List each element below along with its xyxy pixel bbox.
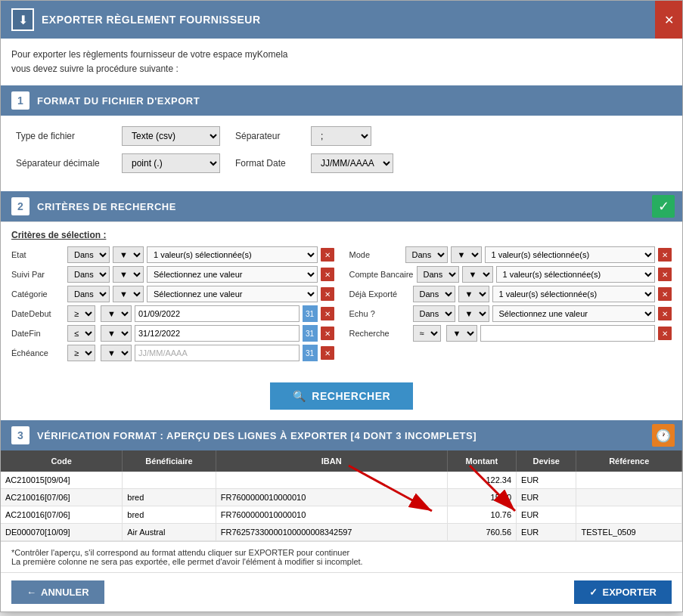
type-select[interactable]: Texte (csv) (122, 126, 220, 146)
datefin-op2-select[interactable]: ▼ (101, 325, 132, 342)
section3-number: 3 (11, 426, 29, 444)
datedebut-operator[interactable]: ≥ (67, 305, 98, 322)
echu-operator[interactable]: Dans (413, 305, 455, 322)
check-export-icon: ✓ (589, 587, 598, 598)
etat-label: Etat (11, 250, 64, 259)
recherche-op2-select[interactable]: ▼ (446, 325, 477, 342)
compte-clear-button[interactable]: ✕ (658, 268, 672, 281)
echeance-input[interactable] (135, 345, 300, 361)
type-label: Type de fichier (16, 131, 107, 141)
deja-val-select[interactable]: 1 valeur(s) sélectionnée(s) (492, 286, 656, 302)
datedebut-clear-button[interactable]: ✕ (321, 307, 334, 320)
results-table-scroll[interactable]: Code Bénéficiaire IBAN Montant Devise Ré… (1, 450, 682, 541)
mode-operator[interactable]: Dans (405, 246, 448, 263)
datedebut-calendar-button[interactable]: 31 (303, 305, 318, 322)
categorie-val-select[interactable]: Sélectionnez une valeur (147, 286, 318, 302)
cell-iban: FR76257330000100000008342597 (216, 524, 447, 541)
cell-montant: 760.56 (447, 524, 516, 541)
check-icon: ✓ (652, 195, 675, 218)
datefin-clear-button[interactable]: ✕ (321, 327, 334, 340)
echeance-op-select[interactable]: ≥ (67, 345, 95, 361)
mode-value: 1 valeur(s) sélectionnée(s) (485, 246, 656, 263)
date-format-label: Format Date (235, 158, 296, 169)
echu-op-select[interactable]: Dans (413, 305, 455, 322)
recherche-operator[interactable]: ≈ (413, 325, 443, 342)
col-montant: Montant (447, 450, 516, 472)
search-button[interactable]: 🔍 RECHERCHER (270, 382, 413, 410)
suivipar-operator[interactable]: Dans (67, 266, 110, 283)
section2-title: CRITÈRES DE RECHERCHE (37, 201, 176, 212)
echu-op2-select[interactable]: ▼ (458, 305, 489, 322)
datefin-calendar-button[interactable]: 31 (303, 325, 318, 342)
suivipar-clear-button[interactable]: ✕ (321, 268, 334, 281)
deja-clear-button[interactable]: ✕ (658, 287, 672, 301)
echeance-op2-select[interactable]: ▼ (101, 345, 132, 361)
annuler-button[interactable]: ← ANNULER (11, 580, 104, 604)
datedebut-op-select[interactable]: ≥ (67, 305, 95, 322)
recherche-clear-button[interactable]: ✕ (658, 327, 672, 340)
datedebut-input[interactable] (135, 305, 300, 322)
echeance-operator[interactable]: ≥ (67, 345, 98, 361)
annuler-label: ANNULER (41, 587, 89, 598)
etat-op2-select[interactable]: ▼ (113, 246, 144, 263)
decimal-select[interactable]: point (.) (122, 153, 220, 173)
echu-val-select[interactable]: Sélectionnez une valeur (492, 305, 656, 322)
categorie-op2-select[interactable]: ▼ (113, 286, 144, 302)
table-row: AC210015[09/04] 122.34 EUR (1, 472, 682, 489)
date-format-select[interactable]: JJ/MM/AAAA (311, 153, 393, 173)
recherche-op-select[interactable]: ≈ (413, 325, 441, 342)
echu-clear-button[interactable]: ✕ (658, 307, 672, 320)
etat-operator[interactable]: Dans (67, 246, 110, 263)
datefin-operator[interactable]: ≤ (67, 325, 98, 342)
categorie-value: Sélectionnez une valeur (147, 286, 318, 302)
datedebut-op2-select[interactable]: ▼ (101, 305, 132, 322)
echeance-clear-button[interactable]: ✕ (321, 346, 334, 360)
compte-op2-select[interactable]: ▼ (462, 266, 493, 283)
col-code: Code (1, 450, 123, 472)
suivipar-val-select[interactable]: Sélectionnez une valeur (147, 266, 318, 283)
section2-content: Critères de sélection : Etat Dans ▼ 1 va… (1, 221, 682, 372)
cell-devise: EUR (517, 489, 576, 506)
suivipar-op2-select[interactable]: ▼ (113, 266, 144, 283)
compte-val-select[interactable]: 1 valeur(s) sélectionnée(s) (496, 266, 656, 283)
recherche-input[interactable] (480, 325, 656, 342)
deja-op2-select[interactable]: ▼ (458, 286, 489, 302)
mode-op2-select[interactable]: ▼ (451, 246, 482, 263)
compte-operator[interactable]: Dans (417, 266, 459, 283)
echu-label: Echu ? (349, 309, 410, 318)
categorie-op-select[interactable]: Dans (67, 286, 110, 302)
deja-op-select[interactable]: Dans (413, 286, 455, 302)
exporter-button[interactable]: ✓ EXPORTER (574, 580, 672, 604)
categorie-operator[interactable]: Dans (67, 286, 110, 302)
table-row: DE000070[10/09] Air Austral FR7625733000… (1, 524, 682, 541)
section1-content: Type de fichier Texte (csv) Séparateur ;… (1, 116, 682, 191)
footer-note: *Contrôler l'aperçu, s'il correspond au … (1, 541, 682, 572)
echeance-calendar-button[interactable]: 31 (303, 345, 318, 361)
table-row: AC210016[07/06] bred FR7600000010000010 … (1, 506, 682, 524)
download-icon: ⬇ (11, 8, 34, 31)
mode-op-select[interactable]: Dans (405, 246, 448, 263)
separator-select[interactable]: ; (311, 126, 371, 146)
mode-clear-button[interactable]: ✕ (658, 248, 672, 262)
criteria-title: Critères de sélection : (11, 230, 672, 240)
close-button[interactable]: ✕ (655, 1, 682, 39)
cell-reference (576, 506, 682, 524)
deja-operator[interactable]: Dans (413, 286, 455, 302)
suivipar-op-select[interactable]: Dans (67, 266, 110, 283)
mode-val-select[interactable]: 1 valeur(s) sélectionnée(s) (485, 246, 656, 263)
echeance-value (135, 345, 300, 361)
search-icon: 🔍 (293, 390, 306, 402)
footer-line1: *Contrôler l'aperçu, s'il correspond au … (11, 548, 672, 557)
results-table: Code Bénéficiaire IBAN Montant Devise Ré… (1, 450, 682, 541)
deja-value: 1 valeur(s) sélectionnée(s) (492, 286, 656, 302)
cell-beneficiaire (123, 472, 216, 489)
etat-clear-button[interactable]: ✕ (321, 248, 334, 262)
search-button-label: RECHERCHER (312, 390, 390, 402)
etat-val-select[interactable]: 1 valeur(s) sélectionnée(s) (147, 246, 318, 263)
compte-op-select[interactable]: Dans (417, 266, 459, 283)
datefin-input[interactable] (135, 325, 300, 342)
datefin-op-select[interactable]: ≤ (67, 325, 95, 342)
description-line1: Pour exporter les règlements fournisseur… (11, 48, 672, 62)
etat-op-select[interactable]: Dans (67, 246, 110, 263)
categorie-clear-button[interactable]: ✕ (321, 287, 334, 301)
